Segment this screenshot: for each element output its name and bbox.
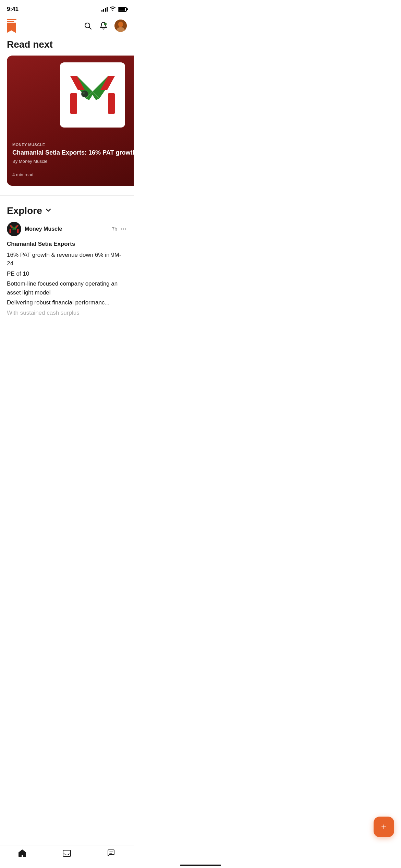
article-card-1[interactable]: MONEY MUSCLE Chamanlal Setia Exports: 16… [7, 56, 134, 186]
svg-rect-6 [70, 93, 77, 114]
status-bar: 9:41 [0, 0, 134, 16]
article-body-line-4: Delivering robust financial performanc..… [7, 298, 127, 307]
app-logo[interactable] [7, 19, 19, 32]
svg-rect-7 [108, 93, 115, 114]
card-1-read-time: 4 min read [12, 172, 33, 177]
article-body: Chamanlal Setia Exports 16% PAT growth &… [7, 240, 127, 317]
card-1-footer: 4 min read ··· [12, 169, 134, 180]
publisher-info: Money Muscle [25, 226, 108, 232]
svg-point-23 [12, 228, 14, 230]
svg-rect-17 [17, 229, 19, 233]
status-icons [101, 7, 127, 12]
signal-icon [101, 7, 108, 12]
explore-title: Explore [7, 205, 42, 216]
article-body-line-2: PE of 10 [7, 269, 127, 278]
svg-point-2 [104, 23, 107, 25]
app-header [0, 16, 134, 36]
search-icon[interactable] [83, 21, 93, 31]
article-meta-row: Money Muscle 7h [7, 222, 127, 236]
card-1-content: MONEY MUSCLE Chamanlal Setia Exports: 16… [7, 138, 134, 186]
article-meta-right: 7h [112, 226, 127, 232]
battery-icon [118, 7, 127, 12]
read-next-section: Read next [0, 36, 134, 193]
header-actions [83, 20, 127, 32]
article-body-line-3: Bottom-line focused company operating an… [7, 279, 127, 297]
wifi-icon [110, 7, 116, 12]
status-time: 9:41 [7, 6, 19, 13]
svg-point-14 [83, 92, 85, 94]
explore-chevron-icon[interactable] [45, 207, 52, 215]
explore-section: Explore [0, 198, 134, 323]
svg-line-1 [89, 27, 92, 29]
article-more-button[interactable] [120, 226, 127, 232]
card-1-title: Chamanlal Setia Exports: 16% PAT growth … [12, 149, 134, 157]
article-headline: Chamanlal Setia Exports [7, 240, 127, 249]
card-1-publisher: MONEY MUSCLE [12, 143, 134, 147]
article-body-line-1: 16% PAT growth & revenue down 6% in 9M-2… [7, 251, 127, 268]
article-list-item-1[interactable]: Money Muscle 7h Chamanlal Setia Exports … [0, 222, 134, 323]
article-time: 7h [112, 226, 117, 232]
publisher-avatar [7, 222, 21, 236]
notifications-icon[interactable] [99, 21, 108, 31]
svg-point-13 [81, 91, 88, 97]
svg-point-26 [125, 228, 126, 230]
svg-point-25 [123, 228, 124, 230]
svg-point-24 [121, 228, 122, 230]
svg-point-4 [118, 22, 123, 27]
cards-scroll-container[interactable]: MONEY MUSCLE Chamanlal Setia Exports: 16… [0, 56, 134, 193]
explore-header: Explore [0, 198, 134, 222]
article-body-line-5: With sustained cash surplus [7, 309, 127, 317]
publisher-name: Money Muscle [25, 226, 62, 232]
user-avatar[interactable] [114, 20, 127, 32]
svg-rect-16 [10, 229, 11, 233]
card-1-image [60, 62, 125, 128]
read-next-title: Read next [0, 36, 134, 56]
section-divider [0, 195, 134, 196]
card-1-author: By Money Muscle [12, 159, 134, 164]
